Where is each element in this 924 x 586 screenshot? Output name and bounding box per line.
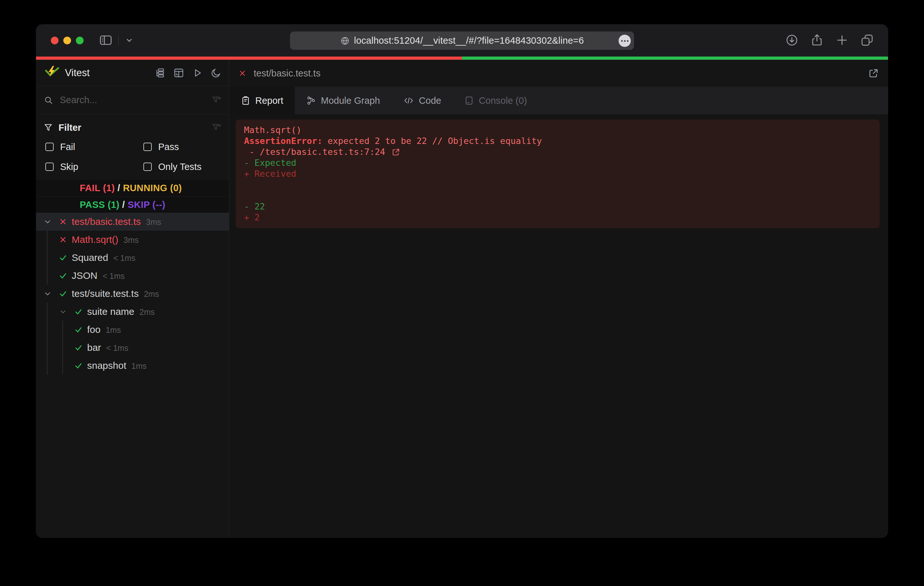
progress-fail-segment	[36, 56, 462, 60]
chevron-down-icon[interactable]	[43, 217, 52, 226]
tree-indent-guide	[47, 357, 48, 375]
tabs-overview-icon[interactable]	[860, 33, 874, 47]
browser-toolbar: localhost:51204/__vitest__/#/?file=16484…	[36, 25, 888, 56]
tree-indent-guide	[47, 303, 48, 321]
test-tree-row[interactable]: Squared< 1ms	[36, 249, 229, 267]
test-duration: 3ms	[124, 235, 139, 245]
report-line: Math.sqrt()	[244, 125, 871, 136]
filter-checkbox-fail[interactable]: Fail	[44, 137, 132, 157]
checkbox-icon[interactable]	[144, 163, 152, 171]
close-window-button[interactable]	[51, 37, 58, 44]
app-title: Vitest	[65, 67, 155, 79]
summary-fail: FAIL (1)	[80, 183, 115, 193]
report-text: expected 2 to be 22 // Object.is equalit…	[328, 136, 542, 146]
tab-label: Module Graph	[321, 95, 380, 106]
summary-line: FAIL (1) / RUNNING (0)	[36, 180, 229, 196]
close-icon[interactable]	[238, 69, 247, 77]
summary-skip: SKIP (--)	[128, 199, 165, 210]
report-panel: Math.sqrt()AssertionError: expected 2 to…	[229, 114, 888, 538]
browser-window: localhost:51204/__vitest__/#/?file=16484…	[36, 25, 888, 538]
sidebar-toggle-icon[interactable]	[99, 33, 112, 47]
report-text: AssertionError:	[244, 136, 328, 146]
test-name: JSON< 1ms	[72, 270, 125, 281]
run-icon[interactable]	[192, 68, 203, 78]
test-duration: 1ms	[106, 326, 121, 334]
test-summary: FAIL (1) / RUNNING (0)PASS (1) / SKIP (-…	[36, 180, 229, 213]
filter-section: Filter FailPassSkipOnly Tests	[36, 114, 229, 180]
chevron-down-icon[interactable]	[124, 35, 134, 45]
vitest-logo-icon	[45, 65, 60, 81]
report-line	[244, 179, 871, 190]
tab-report[interactable]: Report	[229, 87, 295, 114]
tree-indent-guide	[47, 321, 48, 339]
report-text: + Received	[244, 168, 297, 179]
test-name: Squared< 1ms	[72, 252, 135, 263]
test-tree-row[interactable]: test/basic.test.ts3ms	[36, 213, 229, 230]
code-icon	[403, 96, 414, 105]
tab-code[interactable]: Code	[392, 87, 453, 114]
tree-indent-guide	[47, 267, 48, 285]
tree-view-icon[interactable]	[155, 68, 165, 78]
checkbox-icon[interactable]	[45, 163, 54, 171]
address-bar[interactable]: localhost:51204/__vitest__/#/?file=16484…	[290, 31, 634, 50]
search-bar	[36, 86, 229, 114]
dark-mode-icon[interactable]	[211, 68, 221, 78]
filter-checkbox-skip[interactable]: Skip	[44, 157, 132, 177]
filter-checkbox-pass[interactable]: Pass	[132, 137, 221, 157]
tree-indent-guide	[47, 339, 48, 357]
test-tree-row[interactable]: snapshot1ms	[36, 357, 229, 375]
tree-indent-guide	[63, 357, 63, 375]
test-tree-row[interactable]: test/suite.test.ts2ms	[36, 285, 229, 303]
external-link-icon[interactable]	[392, 148, 400, 156]
test-tree-row[interactable]: JSON< 1ms	[36, 267, 229, 285]
x-icon	[59, 235, 67, 244]
summary-plain: /	[120, 199, 128, 210]
test-name: Math.sqrt()3ms	[72, 234, 139, 245]
report-text: Math.sqrt()	[244, 125, 302, 136]
report-line: - 22	[244, 201, 871, 212]
download-icon[interactable]	[785, 33, 799, 47]
chevron-down-icon[interactable]	[59, 308, 67, 316]
report-text: - /test/basic.test.ts:7:24	[244, 146, 390, 157]
test-tree-row[interactable]: Math.sqrt()3ms	[36, 230, 229, 249]
main-panel: test/basic.test.ts ReportModule GraphCod…	[229, 60, 888, 538]
external-link-icon[interactable]	[868, 68, 879, 79]
minimize-window-button[interactable]	[63, 37, 71, 44]
tab-module-graph[interactable]: Module Graph	[295, 87, 392, 114]
clipboard-icon	[241, 96, 251, 105]
summary-plain: /	[115, 183, 123, 193]
summary-pass: PASS (1)	[80, 199, 120, 210]
tree-indent-guide	[47, 249, 48, 267]
filter-clear-icon[interactable]	[211, 95, 221, 105]
test-duration: 2ms	[140, 308, 155, 316]
report-text: - 22	[244, 201, 265, 212]
more-options-icon[interactable]	[619, 35, 631, 47]
test-tree-row[interactable]: bar< 1ms	[36, 339, 229, 357]
tab-console-0[interactable]: Console (0)	[453, 87, 538, 114]
filter-option-label: Skip	[60, 161, 78, 172]
check-icon	[74, 326, 82, 334]
chevron-down-icon[interactable]	[43, 290, 52, 298]
filter-checkbox-only-tests[interactable]: Only Tests	[132, 157, 221, 177]
filter-clear-icon[interactable]	[211, 123, 221, 132]
x-icon	[59, 217, 67, 226]
check-icon	[74, 344, 82, 352]
search-input[interactable]	[60, 95, 211, 105]
checkbox-icon[interactable]	[144, 143, 152, 151]
test-tree-row[interactable]: suite name2ms	[36, 303, 229, 321]
report-text: + 2	[244, 212, 260, 223]
tree-indent-guide	[63, 321, 63, 339]
filter-option-label: Only Tests	[158, 161, 201, 172]
report-line: AssertionError: expected 2 to be 22 // O…	[244, 136, 871, 146]
checkbox-icon[interactable]	[45, 143, 54, 151]
share-icon[interactable]	[810, 33, 824, 47]
filter-title: Filter	[58, 122, 211, 133]
test-tree-row[interactable]: foo1ms	[36, 321, 229, 339]
funnel-icon	[44, 123, 53, 132]
filter-option-label: Fail	[60, 142, 75, 152]
test-duration: < 1ms	[113, 253, 135, 262]
new-tab-icon[interactable]	[835, 33, 849, 47]
dashboard-icon[interactable]	[173, 68, 184, 78]
zoom-window-button[interactable]	[76, 37, 84, 44]
tab-label: Code	[419, 95, 441, 106]
